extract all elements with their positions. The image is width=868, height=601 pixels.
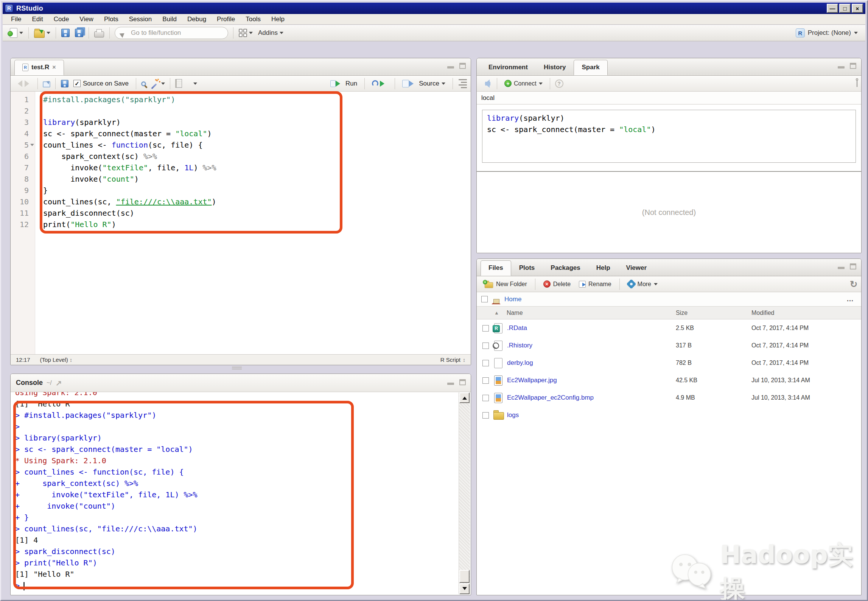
tab-help[interactable]: Help [588,260,618,276]
back-arrow-icon[interactable] [14,80,22,87]
source-button[interactable]: Source [400,80,448,87]
file-type-selector[interactable]: R Script ↕ [440,357,465,363]
file-checkbox[interactable] [482,377,489,384]
file-checkbox[interactable] [482,343,489,349]
maximize-pane-icon[interactable] [848,263,857,269]
menu-help[interactable]: Help [266,14,290,24]
code-line: 1#install.packages("sparklyr") [11,94,471,105]
watermark-text: Hadoop实操 [720,538,867,601]
maximize-pane-icon[interactable] [848,62,857,69]
trash-icon[interactable] [857,80,857,87]
console-header: Console ~/ ↗ [11,374,471,392]
menu-file[interactable]: File [6,14,26,24]
new-file-button[interactable] [7,26,26,40]
menu-debug[interactable]: Debug [182,14,212,24]
tab-packages[interactable]: Packages [543,260,588,276]
connect-button[interactable]: + Connect [502,80,545,87]
maximize-pane-icon[interactable] [458,378,467,385]
chevron-down-icon[interactable] [193,83,197,85]
tab-test-r[interactable]: R test.R × [14,60,64,75]
chevron-down-icon[interactable] [161,83,165,85]
pane-layout-button[interactable] [236,26,255,40]
back-arrow-icon[interactable] [481,79,492,88]
breadcrumb-home-link[interactable]: Home [504,296,521,303]
rename-button[interactable]: Rename [576,281,614,288]
file-name-link[interactable]: logs [507,411,519,419]
menu-code[interactable]: Code [48,14,75,24]
tab-viewer[interactable]: Viewer [618,260,655,276]
menu-session[interactable]: Session [124,14,157,24]
header-name-column[interactable]: ▲Name [494,310,676,316]
console-output[interactable]: Using Spark: 2.1.0[1] "Hello R"> #instal… [11,392,471,595]
addins-button[interactable]: Addins [255,26,286,40]
file-name-link[interactable]: Ec2Wallpaper.jpg [507,377,557,384]
scrollbar-thumb[interactable] [459,570,470,583]
more-button[interactable]: More [625,280,661,288]
new-folder-button[interactable]: New Folder [481,279,530,289]
delete-button[interactable]: × Delete [540,280,574,288]
tab-close-icon[interactable]: × [52,64,56,71]
file-checkbox[interactable] [482,395,489,401]
spark-code-preview[interactable]: library(sparklyr)sc <- spark_connect(mas… [482,110,856,163]
print-button[interactable] [92,26,107,40]
file-name-link[interactable]: Ec2Wallpaper_ec2Config.bmp [507,394,594,402]
fold-arrow-icon[interactable] [30,144,34,146]
menu-build[interactable]: Build [157,14,182,24]
line-number: 8 [11,173,35,185]
file-checkbox[interactable] [482,412,489,419]
file-name-link[interactable]: .Rhistory [507,342,532,349]
scroll-up-button[interactable] [459,392,470,403]
editor-code[interactable]: 1#install.packages("sparklyr")23library(… [11,92,471,354]
scope-selector[interactable]: (Top Level) ↕ [40,357,72,363]
run-button[interactable]: Run [328,80,359,87]
compile-report-icon[interactable] [175,79,182,88]
open-in-new-window-icon[interactable] [43,81,50,87]
file-name-link[interactable]: derby.log [507,359,533,367]
select-all-checkbox[interactable] [481,296,488,302]
source-on-save-checkbox[interactable]: ✓ [73,80,81,87]
horizontal-splitter[interactable] [232,367,242,369]
console-scrollbar[interactable] [459,392,470,594]
menu-edit[interactable]: Edit [26,14,48,24]
file-checkbox[interactable] [482,325,489,332]
maximize-button[interactable]: □ [839,4,851,13]
window-title: RStudio [16,5,43,12]
rerun-button[interactable] [370,80,390,87]
save-icon[interactable] [61,80,68,87]
tab-plots[interactable]: Plots [511,260,543,276]
menu-plots[interactable]: Plots [99,14,124,24]
minimize-pane-icon[interactable] [446,378,455,385]
menu-tools[interactable]: Tools [240,14,266,24]
document-outline-icon[interactable] [458,79,467,88]
tab-history[interactable]: History [536,60,574,75]
minimize-button[interactable]: — [827,4,838,13]
forward-arrow-icon[interactable] [25,80,33,87]
minimize-pane-icon[interactable] [837,263,846,269]
maximize-pane-icon[interactable] [458,62,467,69]
header-size-column[interactable]: Size [676,310,751,316]
main-toolbar: Go to file/function Addins R Project: (N… [3,25,865,41]
scroll-down-button[interactable] [459,584,470,594]
save-button[interactable] [59,26,72,40]
file-checkbox[interactable] [482,360,489,366]
tab-files[interactable]: Files [481,260,511,276]
minimize-pane-icon[interactable] [837,62,846,69]
minimize-pane-icon[interactable] [446,62,455,69]
close-button[interactable]: × [852,4,863,13]
menu-view[interactable]: View [74,14,99,24]
code-tools-icon[interactable] [150,79,159,88]
file-name-link[interactable]: .RData [507,324,527,332]
menu-profile[interactable]: Profile [212,14,240,24]
breadcrumb-ellipsis-button[interactable]: ... [844,295,857,303]
open-file-button[interactable] [31,26,53,40]
tab-environment[interactable]: Environment [481,60,536,75]
goto-file-function-input[interactable]: Go to file/function [115,27,228,39]
popout-icon[interactable]: ↗ [56,378,62,388]
tab-spark[interactable]: Spark [574,60,607,75]
refresh-icon[interactable]: ↻ [850,279,857,290]
header-modified-column[interactable]: Modified [751,310,861,316]
project-selector[interactable]: R Project: (None) [796,28,861,37]
find-replace-icon[interactable] [141,81,146,86]
save-all-button[interactable] [72,26,86,40]
help-icon[interactable]: ? [555,79,563,88]
